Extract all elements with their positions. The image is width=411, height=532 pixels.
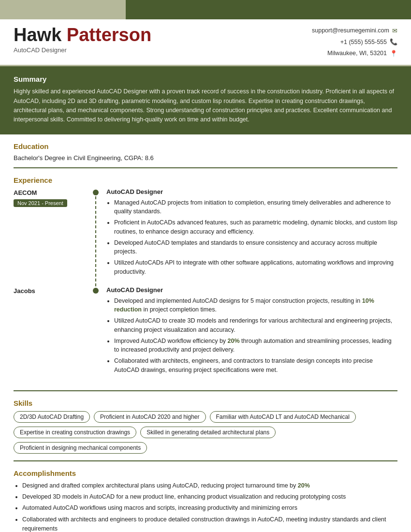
skill-tag-3: Expertise in creating construction drawi… bbox=[14, 427, 136, 438]
summary-section: Summary Highly skilled and experienced A… bbox=[0, 66, 411, 134]
phone-icon: 📞 bbox=[390, 36, 397, 47]
skill-tag-5: Proficient in designing mechanical compo… bbox=[14, 442, 147, 454]
accomplishment-0: Designed and drafted complex architectur… bbox=[22, 481, 397, 490]
role-title-aecom: AutoCAD Designer bbox=[106, 188, 397, 195]
last-name: Patterson bbox=[67, 25, 151, 45]
bullet-jacobs-0: Developed and implemented AutoCAD design… bbox=[114, 296, 397, 315]
main-content: Education Bachelor's Degree in Civil Eng… bbox=[0, 142, 411, 532]
first-name: Hawk bbox=[14, 25, 61, 45]
company-name-jacobs: Jacobs bbox=[14, 287, 86, 295]
header-bar bbox=[0, 0, 411, 19]
skill-tag-4: Skilled in generating detailed architect… bbox=[140, 427, 276, 438]
accomplishments-list: Designed and drafted complex architectur… bbox=[14, 481, 397, 532]
email-row: support@resumegemini.com ✉ bbox=[312, 25, 397, 36]
experience-title: Experience bbox=[14, 176, 397, 184]
location-text: Milwaukee, WI, 53201 bbox=[327, 48, 387, 59]
location-icon: 📍 bbox=[390, 48, 397, 59]
bullet-aecom-1: Proficient in AutoCADs advanced features… bbox=[114, 218, 397, 236]
bullet-jacobs-1: Utilized AutoCAD to create 3D models and… bbox=[114, 316, 397, 335]
accomplishment-3: Collaborated with architects and enginee… bbox=[22, 515, 397, 532]
skill-tag-1: Proficient in AutoCAD 2020 and higher bbox=[94, 411, 206, 423]
bullets-jacobs: Developed and implemented AutoCAD design… bbox=[106, 296, 397, 375]
header-bar-right bbox=[126, 0, 411, 19]
bullet-jacobs-2: Improved AutoCAD workflow efficiency by … bbox=[114, 337, 397, 355]
exp-entry-aecom: AECOM Nov 2021 - Present AutoCAD Designe… bbox=[14, 188, 397, 286]
bullet-jacobs-3: Collaborated with architects, engineers,… bbox=[114, 356, 397, 375]
timeline-dot-jacobs bbox=[93, 288, 99, 294]
company-col-aecom: AECOM Nov 2021 - Present bbox=[14, 188, 91, 286]
accomplishment-1: Developed 3D models in AutoCAD for a new… bbox=[22, 492, 397, 502]
bullets-aecom: Managed AutoCAD projects from initiation… bbox=[106, 198, 397, 277]
timeline-jacobs bbox=[91, 286, 101, 384]
exp-entry-jacobs: Jacobs AutoCAD Designer Developed and im… bbox=[14, 286, 397, 384]
header-bar-left bbox=[0, 0, 126, 19]
bullet-aecom-2: Developed AutoCAD templates and standard… bbox=[114, 238, 397, 257]
details-col-aecom: AutoCAD Designer Managed AutoCAD project… bbox=[101, 188, 397, 286]
experience-section: Experience AECOM Nov 2021 - Present Auto… bbox=[14, 176, 397, 391]
location-row: Milwaukee, WI, 53201 📍 bbox=[312, 48, 397, 59]
email-text: support@resumegemini.com bbox=[312, 25, 389, 36]
education-title: Education bbox=[14, 142, 397, 150]
skills-section: Skills 2D/3D AutoCAD Drafting Proficient… bbox=[14, 399, 397, 461]
company-name-aecom: AECOM bbox=[14, 189, 86, 196]
skill-tag-2: Familiar with AutoCAD LT and AutoCAD Mec… bbox=[210, 411, 356, 423]
summary-title: Summary bbox=[14, 75, 397, 83]
education-section: Education Bachelor's Degree in Civil Eng… bbox=[14, 142, 397, 168]
contact-block: support@resumegemini.com ✉ +1 (555) 555-… bbox=[312, 25, 397, 59]
timeline-dot-aecom bbox=[93, 190, 99, 195]
accomplishment-2: Automated AutoCAD workflows using macros… bbox=[22, 503, 397, 513]
timeline-line-aecom bbox=[95, 196, 96, 286]
education-degree: Bachelor's Degree in Civil Engineering, … bbox=[14, 154, 397, 162]
details-col-jacobs: AutoCAD Designer Developed and implement… bbox=[101, 286, 397, 384]
timeline-aecom bbox=[91, 188, 101, 286]
date-badge-aecom: Nov 2021 - Present bbox=[14, 199, 67, 207]
skill-tag-0: 2D/3D AutoCAD Drafting bbox=[14, 411, 90, 423]
email-icon: ✉ bbox=[392, 25, 397, 36]
bullet-aecom-0: Managed AutoCAD projects from initiation… bbox=[114, 198, 397, 217]
header-section: Hawk Patterson AutoCAD Designer support@… bbox=[0, 19, 411, 66]
summary-text: Highly skilled and experienced AutoCAD D… bbox=[14, 87, 397, 125]
job-title: AutoCAD Designer bbox=[14, 46, 151, 54]
bullet-aecom-3: Utilized AutoCADs API to integrate with … bbox=[114, 258, 397, 277]
phone-text: +1 (555) 555-555 bbox=[340, 37, 387, 48]
skills-tags-container: 2D/3D AutoCAD Drafting Proficient in Aut… bbox=[14, 411, 397, 454]
name-block: Hawk Patterson AutoCAD Designer bbox=[14, 25, 151, 54]
role-title-jacobs: AutoCAD Designer bbox=[106, 286, 397, 294]
skills-title: Skills bbox=[14, 399, 397, 407]
accomplishments-title: Accomplishments bbox=[14, 469, 397, 477]
full-name: Hawk Patterson bbox=[14, 25, 151, 45]
accomplishments-section: Accomplishments Designed and drafted com… bbox=[14, 469, 397, 532]
phone-row: +1 (555) 555-555 📞 bbox=[312, 36, 397, 47]
company-col-jacobs: Jacobs bbox=[14, 286, 91, 384]
